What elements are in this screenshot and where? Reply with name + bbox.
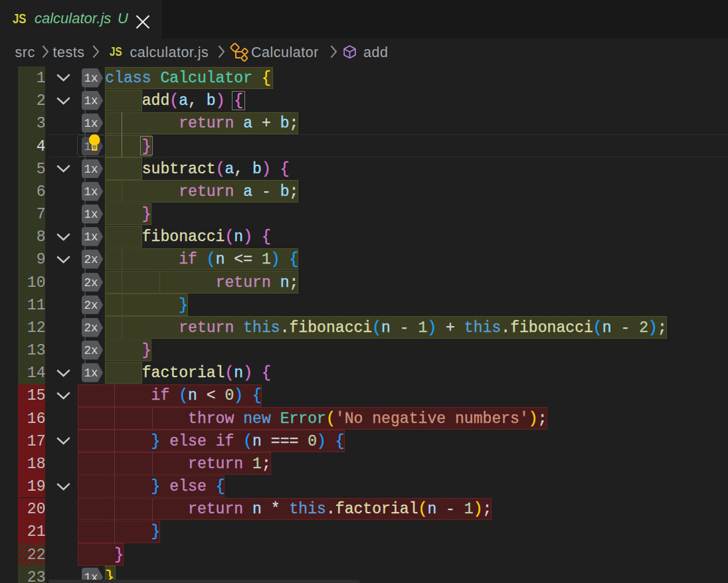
svg-text:1x: 1x (84, 185, 98, 199)
svg-text:2x: 2x (84, 276, 98, 290)
svg-text:1x: 1x (84, 231, 98, 244)
svg-text:1x: 1x (84, 208, 98, 221)
svg-text:2x: 2x (84, 254, 98, 267)
svg-text:1x: 1x (84, 72, 98, 85)
svg-text:1x: 1x (84, 163, 98, 176)
svg-text:1x: 1x (84, 118, 98, 131)
svg-text:1x: 1x (84, 367, 98, 380)
svg-text:2x: 2x (84, 299, 98, 312)
svg-text:2x: 2x (84, 321, 98, 335)
svg-text:1x: 1x (84, 95, 98, 108)
svg-text:2x: 2x (84, 344, 98, 357)
